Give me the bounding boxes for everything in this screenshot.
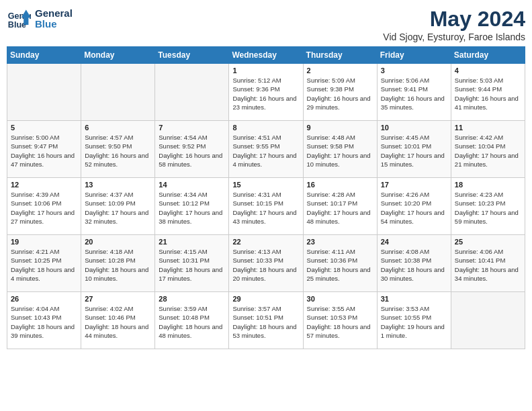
cell-info: Sunrise: 4:45 AMSunset: 10:01 PMDaylight… bbox=[381, 133, 447, 169]
day-header-tuesday: Tuesday bbox=[155, 47, 229, 64]
cell-info: Sunrise: 4:26 AMSunset: 10:20 PMDaylight… bbox=[381, 190, 447, 226]
day-number: 26 bbox=[11, 295, 77, 303]
logo-icon: General Blue bbox=[7, 7, 31, 31]
calendar-cell: 6Sunrise: 4:57 AMSunset: 9:50 PMDaylight… bbox=[81, 121, 155, 178]
calendar-cell: 27Sunrise: 4:02 AMSunset: 10:46 PMDaylig… bbox=[81, 292, 155, 349]
day-header-sunday: Sunday bbox=[7, 47, 81, 64]
day-number: 3 bbox=[381, 66, 447, 75]
cell-info: Sunrise: 5:09 AMSunset: 9:38 PMDaylight:… bbox=[307, 76, 373, 111]
svg-text:Blue: Blue bbox=[8, 20, 26, 30]
calendar-cell: 2Sunrise: 5:09 AMSunset: 9:38 PMDaylight… bbox=[303, 64, 377, 121]
calendar-cell: 12Sunrise: 4:39 AMSunset: 10:06 PMDaylig… bbox=[7, 178, 81, 235]
cell-info: Sunrise: 3:55 AMSunset: 10:53 PMDaylight… bbox=[307, 304, 373, 340]
cell-info: Sunrise: 4:02 AMSunset: 10:46 PMDaylight… bbox=[85, 304, 151, 340]
location: Vid Sjogv, Eysturoy, Faroe Islands bbox=[383, 32, 525, 42]
cell-info: Sunrise: 3:53 AMSunset: 10:55 PMDaylight… bbox=[381, 304, 447, 340]
day-number: 10 bbox=[381, 124, 447, 132]
day-number: 2 bbox=[307, 66, 373, 75]
calendar-cell bbox=[155, 64, 229, 121]
day-number: 14 bbox=[159, 181, 225, 189]
cell-info: Sunrise: 4:54 AMSunset: 9:52 PMDaylight:… bbox=[159, 133, 225, 169]
day-number: 22 bbox=[232, 238, 299, 246]
cell-info: Sunrise: 4:06 AMSunset: 10:41 PMDaylight… bbox=[455, 247, 521, 283]
calendar-cell: 8Sunrise: 4:51 AMSunset: 9:55 PMDaylight… bbox=[229, 121, 303, 178]
day-number: 21 bbox=[159, 238, 225, 246]
day-number: 29 bbox=[232, 295, 299, 303]
calendar-table: SundayMondayTuesdayWednesdayThursdayFrid… bbox=[7, 46, 525, 349]
day-number: 5 bbox=[11, 124, 77, 132]
calendar-cell: 20Sunrise: 4:18 AMSunset: 10:28 PMDaylig… bbox=[81, 235, 155, 292]
cell-info: Sunrise: 4:57 AMSunset: 9:50 PMDaylight:… bbox=[85, 133, 151, 169]
cell-info: Sunrise: 4:13 AMSunset: 10:33 PMDaylight… bbox=[232, 247, 299, 283]
day-number: 11 bbox=[455, 124, 521, 132]
day-number: 12 bbox=[11, 181, 77, 189]
cell-info: Sunrise: 4:08 AMSunset: 10:38 PMDaylight… bbox=[381, 247, 447, 283]
calendar-cell: 7Sunrise: 4:54 AMSunset: 9:52 PMDaylight… bbox=[155, 121, 229, 178]
calendar-cell bbox=[81, 64, 155, 121]
week-row-2: 5Sunrise: 5:00 AMSunset: 9:47 PMDaylight… bbox=[7, 121, 525, 178]
day-number: 30 bbox=[307, 295, 373, 303]
cell-info: Sunrise: 4:23 AMSunset: 10:23 PMDaylight… bbox=[455, 190, 521, 226]
cell-info: Sunrise: 5:03 AMSunset: 9:44 PMDaylight:… bbox=[455, 76, 521, 111]
calendar-cell: 24Sunrise: 4:08 AMSunset: 10:38 PMDaylig… bbox=[377, 235, 451, 292]
calendar-cell bbox=[451, 292, 525, 349]
day-header-monday: Monday bbox=[81, 47, 155, 64]
day-number: 19 bbox=[11, 238, 77, 246]
cell-info: Sunrise: 4:42 AMSunset: 10:04 PMDaylight… bbox=[455, 133, 521, 169]
cell-info: Sunrise: 3:57 AMSunset: 10:51 PMDaylight… bbox=[232, 304, 299, 340]
day-number: 7 bbox=[159, 124, 225, 132]
calendar-cell: 22Sunrise: 4:13 AMSunset: 10:33 PMDaylig… bbox=[229, 235, 303, 292]
day-number: 18 bbox=[455, 181, 521, 189]
day-header-friday: Friday bbox=[377, 47, 451, 64]
cell-info: Sunrise: 4:39 AMSunset: 10:06 PMDaylight… bbox=[11, 190, 77, 226]
logo-subtext: Blue bbox=[35, 19, 73, 30]
header-row: SundayMondayTuesdayWednesdayThursdayFrid… bbox=[7, 47, 525, 64]
day-number: 16 bbox=[307, 181, 373, 189]
day-number: 8 bbox=[232, 124, 299, 132]
cell-info: Sunrise: 5:12 AMSunset: 9:36 PMDaylight:… bbox=[232, 76, 299, 111]
cell-info: Sunrise: 4:48 AMSunset: 9:58 PMDaylight:… bbox=[307, 133, 373, 169]
day-number: 13 bbox=[85, 181, 151, 189]
day-number: 23 bbox=[307, 238, 373, 246]
day-number: 1 bbox=[232, 66, 299, 75]
calendar-cell: 1Sunrise: 5:12 AMSunset: 9:36 PMDaylight… bbox=[229, 64, 303, 121]
calendar-cell: 9Sunrise: 4:48 AMSunset: 9:58 PMDaylight… bbox=[303, 121, 377, 178]
day-number: 31 bbox=[381, 295, 447, 303]
calendar-cell: 13Sunrise: 4:37 AMSunset: 10:09 PMDaylig… bbox=[81, 178, 155, 235]
day-header-saturday: Saturday bbox=[451, 47, 525, 64]
logo-text: General bbox=[35, 8, 73, 19]
calendar-cell: 4Sunrise: 5:03 AMSunset: 9:44 PMDaylight… bbox=[451, 64, 525, 121]
day-number: 20 bbox=[85, 238, 151, 246]
day-header-thursday: Thursday bbox=[303, 47, 377, 64]
week-row-5: 26Sunrise: 4:04 AMSunset: 10:43 PMDaylig… bbox=[7, 292, 525, 349]
month-title: May 2024 bbox=[383, 7, 525, 32]
cell-info: Sunrise: 4:15 AMSunset: 10:31 PMDaylight… bbox=[159, 247, 225, 283]
cell-info: Sunrise: 3:59 AMSunset: 10:48 PMDaylight… bbox=[159, 304, 225, 340]
cell-info: Sunrise: 4:37 AMSunset: 10:09 PMDaylight… bbox=[85, 190, 151, 226]
page-header: General Blue General Blue May 2024 Vid S… bbox=[7, 7, 525, 42]
calendar-cell: 19Sunrise: 4:21 AMSunset: 10:25 PMDaylig… bbox=[7, 235, 81, 292]
calendar-cell: 28Sunrise: 3:59 AMSunset: 10:48 PMDaylig… bbox=[155, 292, 229, 349]
calendar-cell: 26Sunrise: 4:04 AMSunset: 10:43 PMDaylig… bbox=[7, 292, 81, 349]
cell-info: Sunrise: 4:21 AMSunset: 10:25 PMDaylight… bbox=[11, 247, 77, 283]
calendar-cell bbox=[7, 64, 81, 121]
calendar-cell: 11Sunrise: 4:42 AMSunset: 10:04 PMDaylig… bbox=[451, 121, 525, 178]
title-area: May 2024 Vid Sjogv, Eysturoy, Faroe Isla… bbox=[383, 7, 525, 42]
day-header-wednesday: Wednesday bbox=[229, 47, 303, 64]
cell-info: Sunrise: 5:00 AMSunset: 9:47 PMDaylight:… bbox=[11, 133, 77, 169]
calendar-cell: 30Sunrise: 3:55 AMSunset: 10:53 PMDaylig… bbox=[303, 292, 377, 349]
calendar-cell: 15Sunrise: 4:31 AMSunset: 10:15 PMDaylig… bbox=[229, 178, 303, 235]
calendar-cell: 29Sunrise: 3:57 AMSunset: 10:51 PMDaylig… bbox=[229, 292, 303, 349]
calendar-cell: 5Sunrise: 5:00 AMSunset: 9:47 PMDaylight… bbox=[7, 121, 81, 178]
cell-info: Sunrise: 4:51 AMSunset: 9:55 PMDaylight:… bbox=[232, 133, 299, 169]
calendar-cell: 17Sunrise: 4:26 AMSunset: 10:20 PMDaylig… bbox=[377, 178, 451, 235]
cell-info: Sunrise: 4:28 AMSunset: 10:17 PMDaylight… bbox=[307, 190, 373, 226]
cell-info: Sunrise: 5:06 AMSunset: 9:41 PMDaylight:… bbox=[381, 76, 447, 111]
calendar-cell: 21Sunrise: 4:15 AMSunset: 10:31 PMDaylig… bbox=[155, 235, 229, 292]
day-number: 15 bbox=[232, 181, 299, 189]
calendar-cell: 23Sunrise: 4:11 AMSunset: 10:36 PMDaylig… bbox=[303, 235, 377, 292]
day-number: 17 bbox=[381, 181, 447, 189]
calendar-cell: 18Sunrise: 4:23 AMSunset: 10:23 PMDaylig… bbox=[451, 178, 525, 235]
calendar-cell: 10Sunrise: 4:45 AMSunset: 10:01 PMDaylig… bbox=[377, 121, 451, 178]
week-row-4: 19Sunrise: 4:21 AMSunset: 10:25 PMDaylig… bbox=[7, 235, 525, 292]
